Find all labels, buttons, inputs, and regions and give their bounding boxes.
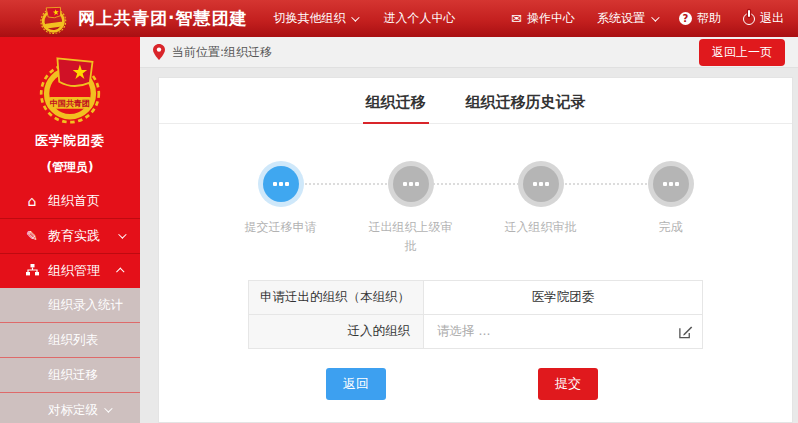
back-to-previous-page-button[interactable]: 返回上一页 — [699, 39, 785, 66]
system-settings-menu[interactable]: 系统设置 — [597, 10, 657, 27]
emblem-banner-text: 中国共青团 — [50, 98, 90, 108]
breadcrumb-bar: 当前位置:组织迁移 返回上一页 — [140, 37, 798, 68]
chevron-down-icon — [651, 13, 659, 21]
migration-form-table: 申请迁出的组织（本组织） 医学院团委 迁入的组织 请选择 ... — [248, 280, 703, 349]
step-circle — [653, 166, 689, 202]
home-icon: ⌂ — [24, 193, 40, 209]
top-header: 网上共青团·智慧团建 切换其他组织 进入个人中心 ✉ 操作中心 系统设置 帮助 … — [0, 0, 798, 37]
chevron-down-icon — [352, 13, 360, 21]
table-row: 申请迁出的组织（本组织） 医学院团委 — [249, 281, 703, 315]
mail-icon: ✉ — [511, 11, 522, 26]
outgoing-org-label: 申请迁出的组织（本组织） — [249, 281, 424, 315]
target-org-placeholder: 请选择 ... — [437, 323, 490, 338]
league-emblem-icon: 中国共青团 — [34, 52, 106, 124]
sidebar-subitem-org-list[interactable]: 组织列表 — [0, 323, 140, 358]
sidebar-org-name: 医学院团委 — [0, 132, 140, 150]
step-submit-application: 提交迁移申请 — [216, 166, 346, 256]
chevron-down-icon — [118, 230, 126, 238]
logout-link[interactable]: 退出 — [743, 10, 784, 27]
step-circle-active — [263, 166, 299, 202]
sidebar-item-org-management[interactable]: 组织管理 — [0, 254, 140, 288]
sidebar-nav: ⌂ 组织首页 ✎ 教育实践 组织管理 组织录入统计 组织列表 组织迁移 对标定级 — [0, 184, 140, 423]
location-pin-icon — [153, 44, 165, 60]
sidebar-subitem-org-entry-stats[interactable]: 组织录入统计 — [0, 288, 140, 323]
sitemap-icon — [24, 263, 40, 279]
table-row: 迁入的组织 请选择 ... — [249, 315, 703, 349]
sidebar-subitem-benchmark-rating[interactable]: 对标定级 — [0, 393, 140, 423]
sidebar-subitem-org-migration[interactable]: 组织迁移 — [0, 358, 140, 393]
target-org-select[interactable]: 请选择 ... — [424, 315, 703, 349]
main-content: 当前位置:组织迁移 返回上一页 组织迁移 组织迁移历史记录 提交迁移申请 迁出组… — [140, 37, 798, 423]
step-circle — [523, 166, 559, 202]
sidebar-org-role: (管理员) — [0, 159, 140, 176]
header-left-nav: 切换其他组织 进入个人中心 — [247, 10, 455, 27]
migration-stepper: 提交迁移申请 迁出组织上级审批 迁入组织审批 完成 — [216, 166, 736, 256]
step-incoming-org-approval: 迁入组织审批 — [476, 166, 606, 256]
edit-pencil-square-icon[interactable] — [678, 324, 693, 339]
step-circle — [393, 166, 429, 202]
step-outgoing-superior-approval: 迁出组织上级审批 — [346, 166, 476, 256]
chevron-down-icon — [104, 404, 112, 412]
power-icon — [743, 13, 755, 25]
form-actions: 返回 提交 — [248, 368, 703, 400]
help-link[interactable]: 帮助 — [679, 10, 721, 27]
sidebar-item-org-home[interactable]: ⌂ 组织首页 — [0, 184, 140, 218]
header-right-nav: ✉ 操作中心 系统设置 帮助 退出 — [489, 10, 784, 27]
tab-bar: 组织迁移 组织迁移历史记录 — [159, 78, 792, 124]
app-title: 网上共青团·智慧团建 — [78, 7, 247, 30]
switch-org-menu[interactable]: 切换其他组织 — [273, 10, 357, 27]
league-emblem-icon — [36, 2, 70, 36]
outgoing-org-value: 医学院团委 — [424, 281, 703, 315]
step-complete: 完成 — [606, 166, 736, 256]
action-center-link[interactable]: ✉ 操作中心 — [511, 10, 575, 27]
sidebar-item-education-practice[interactable]: ✎ 教育实践 — [0, 219, 140, 253]
tab-org-migration[interactable]: 组织迁移 — [363, 93, 429, 124]
sidebar: 中国共青团 医学院团委 (管理员) ⌂ 组织首页 ✎ 教育实践 组织管理 组织录… — [0, 37, 140, 423]
chevron-up-icon — [116, 267, 124, 275]
tab-migration-history[interactable]: 组织迁移历史记录 — [463, 93, 589, 124]
submit-button[interactable]: 提交 — [538, 368, 598, 400]
edit-icon: ✎ — [24, 228, 40, 244]
target-org-label: 迁入的组织 — [249, 315, 424, 349]
return-button[interactable]: 返回 — [326, 368, 386, 400]
breadcrumb: 当前位置:组织迁移 — [172, 44, 272, 61]
help-icon — [679, 12, 692, 25]
personal-center-link[interactable]: 进入个人中心 — [383, 10, 455, 27]
content-card: 组织迁移 组织迁移历史记录 提交迁移申请 迁出组织上级审批 迁入组织审批 完成 — [158, 77, 793, 423]
